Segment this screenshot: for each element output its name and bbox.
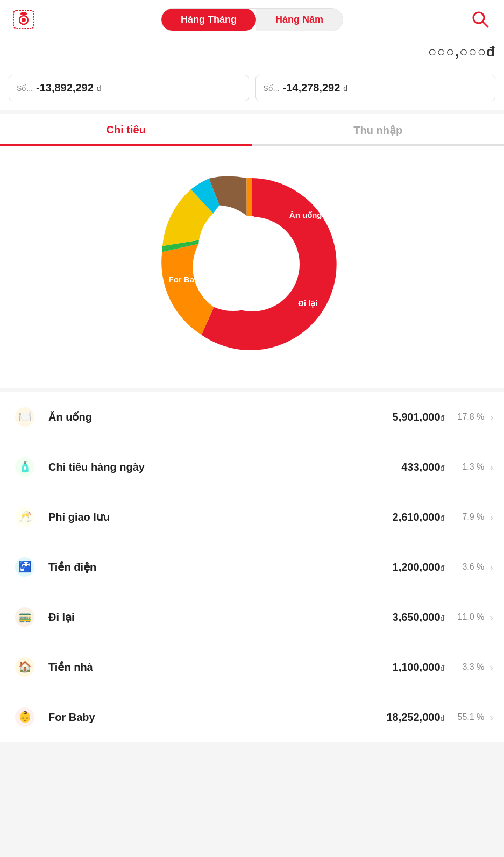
list-item[interactable]: 🏠 Tiền nhà 1,100,000đ 3.3 % › bbox=[0, 642, 504, 692]
svg-text:🧴: 🧴 bbox=[18, 460, 32, 473]
chart-section: Ăn uống For Baby Đi lại bbox=[0, 146, 504, 388]
balance-card-1: Số... -13,892,292 đ bbox=[9, 75, 249, 101]
category-list: 🍽️ Ăn uống 5,901,000đ 17.8 % › 🧴 Chi tiê… bbox=[0, 392, 504, 742]
svg-text:🚃: 🚃 bbox=[18, 610, 32, 623]
category-icon: 🍽️ bbox=[11, 403, 39, 431]
tab-monthly[interactable]: Hàng Tháng bbox=[161, 9, 256, 31]
balance-card-2-amount: -14,278,292 bbox=[283, 82, 340, 94]
list-item[interactable]: 🚃 Đi lại 3,650,000đ 11.0 % › bbox=[0, 592, 504, 642]
category-percent: 1.3 % bbox=[452, 462, 484, 472]
category-amount: 18,252,000đ bbox=[386, 711, 444, 724]
chevron-right-icon: › bbox=[489, 661, 493, 674]
tab-yearly[interactable]: Hàng Năm bbox=[256, 9, 343, 31]
svg-point-6 bbox=[205, 217, 300, 311]
category-amount: 5,901,000đ bbox=[393, 411, 445, 423]
total-balance: ○○○,○○○đ bbox=[9, 39, 495, 67]
period-tab-group: Hàng Tháng Hàng Năm bbox=[161, 8, 343, 31]
category-icon: 🧴 bbox=[11, 453, 39, 481]
svg-point-2 bbox=[22, 18, 26, 22]
category-name: Phí giao lưu bbox=[48, 511, 393, 523]
category-amount: 433,000đ bbox=[401, 461, 444, 473]
chevron-right-icon: › bbox=[489, 611, 493, 624]
tab-chi-tieu[interactable]: Chi tiêu bbox=[0, 114, 252, 146]
balance-cards: Số... -13,892,292 đ Số... -14,278,292 đ bbox=[9, 75, 495, 101]
balance-card-2-label: Số... bbox=[264, 84, 280, 93]
category-percent: 7.9 % bbox=[452, 512, 484, 522]
category-name: Ăn uống bbox=[48, 410, 393, 423]
list-item[interactable]: 🍽️ Ăn uống 5,901,000đ 17.8 % › bbox=[0, 392, 504, 442]
camera-icon[interactable] bbox=[11, 6, 37, 32]
category-icon: 🚃 bbox=[11, 603, 39, 631]
svg-text:🚰: 🚰 bbox=[18, 560, 32, 573]
category-name: Tiền điện bbox=[48, 561, 393, 573]
search-icon[interactable] bbox=[467, 6, 493, 32]
chevron-right-icon: › bbox=[489, 511, 493, 523]
svg-line-5 bbox=[482, 22, 488, 27]
balance-card-1-amount: -13,892,292 bbox=[36, 82, 94, 94]
category-name: For Baby bbox=[48, 711, 386, 724]
category-percent: 11.0 % bbox=[452, 612, 484, 622]
category-icon: 👶 bbox=[11, 703, 39, 731]
balance-card-1-label: Số... bbox=[17, 84, 33, 93]
category-amount: 1,200,000đ bbox=[393, 561, 445, 573]
tab-thu-nhap[interactable]: Thu nhập bbox=[252, 114, 505, 146]
category-icon: 🚰 bbox=[11, 553, 39, 581]
balance-card-2: Số... -14,278,292 đ bbox=[255, 75, 496, 101]
balance-section: ○○○,○○○đ Số... -13,892,292 đ Số... -14,2… bbox=[0, 39, 504, 110]
category-name: Chi tiêu hàng ngày bbox=[48, 461, 401, 473]
balance-card-2-currency: đ bbox=[343, 84, 347, 93]
chevron-right-icon: › bbox=[489, 411, 493, 423]
category-tab-nav: Chi tiêu Thu nhập bbox=[0, 114, 504, 146]
list-item[interactable]: 🚰 Tiền điện 1,200,000đ 3.6 % › bbox=[0, 542, 504, 592]
list-item[interactable]: 👶 For Baby 18,252,000đ 55.1 % › bbox=[0, 692, 504, 742]
category-percent: 17.8 % bbox=[452, 412, 484, 422]
category-amount: 2,610,000đ bbox=[393, 511, 445, 523]
category-percent: 3.6 % bbox=[452, 562, 484, 572]
category-percent: 55.1 % bbox=[452, 712, 484, 722]
category-amount: 1,100,000đ bbox=[393, 661, 445, 674]
svg-text:🏠: 🏠 bbox=[18, 660, 32, 673]
category-icon: 🏠 bbox=[11, 653, 39, 681]
chevron-right-icon: › bbox=[489, 461, 493, 473]
chevron-right-icon: › bbox=[489, 711, 493, 724]
donut-chart: Ăn uống For Baby Đi lại bbox=[150, 162, 354, 366]
svg-text:👶: 👶 bbox=[18, 710, 32, 723]
category-amount: 3,650,000đ bbox=[393, 611, 445, 624]
svg-rect-3 bbox=[20, 12, 27, 15]
header: Hàng Tháng Hàng Năm bbox=[0, 0, 504, 39]
category-icon: 🥂 bbox=[11, 503, 39, 531]
category-name: Tiền nhà bbox=[48, 661, 393, 674]
category-name: Đi lại bbox=[48, 611, 393, 624]
balance-card-1-currency: đ bbox=[97, 84, 101, 93]
list-item[interactable]: 🥂 Phí giao lưu 2,610,000đ 7.9 % › bbox=[0, 492, 504, 542]
list-item[interactable]: 🧴 Chi tiêu hàng ngày 433,000đ 1.3 % › bbox=[0, 442, 504, 492]
svg-text:🥂: 🥂 bbox=[18, 510, 32, 523]
chevron-right-icon: › bbox=[489, 561, 493, 573]
category-percent: 3.3 % bbox=[452, 662, 484, 672]
svg-text:🍽️: 🍽️ bbox=[18, 410, 32, 423]
